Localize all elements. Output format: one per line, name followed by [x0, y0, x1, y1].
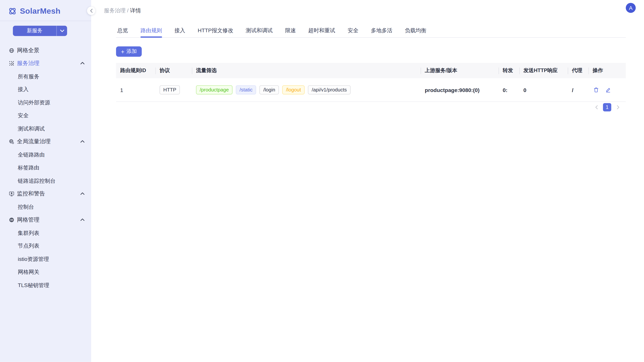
tab-bar: 总览 路由规则 接入 HTTP报文修改 测试和调试 限速 超时和重试 安全 多地… — [116, 24, 626, 38]
sidebar-item-trace-console[interactable]: 链路追踪控制台 — [0, 174, 91, 187]
sidebar-item-label: 网格网关 — [18, 269, 40, 276]
trash-icon — [593, 86, 599, 93]
sidebar-item-external-resources[interactable]: 访问外部资源 — [0, 96, 91, 109]
edit-button[interactable] — [605, 86, 611, 93]
sidebar-item-label: 接入 — [18, 86, 29, 93]
tab-routing-rules[interactable]: 路由规则 — [140, 24, 162, 37]
sidebar-item-label: 网格管理 — [17, 216, 39, 224]
sidebar-item-all-services[interactable]: 所有服务 — [0, 70, 91, 83]
table-row: 1 HTTP /productpage /static /login /logo… — [116, 78, 626, 102]
cell-upstream: productpage:9080:(0) — [421, 87, 498, 93]
sidebar-item-console[interactable]: 控制台 — [0, 200, 91, 213]
sidebar-item-label-routing[interactable]: 标签路由 — [0, 161, 91, 174]
tab-access[interactable]: 接入 — [174, 24, 185, 37]
cell-rule-id: 1 — [116, 87, 155, 93]
sidebar-item-label: 全链路路由 — [18, 151, 45, 158]
pagination-prev-button[interactable] — [594, 104, 600, 110]
sidebar-item-mesh-overview[interactable]: 网格全景 — [0, 44, 91, 57]
filter-tag: /productpage — [196, 85, 232, 94]
chevron-down-icon — [60, 29, 64, 32]
sidebar-item-label: 安全 — [18, 112, 29, 119]
cell-forward: 0: — [498, 87, 519, 93]
new-service-dropdown[interactable] — [57, 26, 67, 36]
sidebar-item-label: 访问外部资源 — [18, 99, 50, 106]
pagination: 1 — [116, 103, 626, 112]
pencil-icon — [605, 86, 611, 93]
chevron-up-icon — [80, 192, 84, 195]
brand-name: SolarMesh — [20, 6, 60, 15]
sidebar-item-global-traffic[interactable]: 全局流量治理 — [0, 135, 91, 148]
sidebar: SolarMesh 新服务 网格全景 — [0, 0, 91, 362]
globe-gear-icon — [9, 139, 14, 145]
sidebar-item-label: 控制台 — [18, 203, 34, 211]
sidebar-item-full-link-routing[interactable]: 全链路路由 — [0, 148, 91, 161]
sidebar-collapse-button[interactable] — [87, 7, 95, 15]
sidebar-item-cluster-list[interactable]: 集群列表 — [0, 227, 91, 240]
globe-icon — [9, 47, 14, 53]
main-content: 服务治理 / 详情 A 总览 路由规则 接入 HTTP报文修改 测试和调试 限速… — [91, 0, 644, 362]
tab-overview[interactable]: 总览 — [117, 24, 128, 37]
new-service-label[interactable]: 新服务 — [13, 26, 57, 36]
column-header-http-response: 发送HTTP响应 — [519, 67, 568, 74]
sidebar-item-test-debug[interactable]: 测试和调试 — [0, 122, 91, 135]
avatar-initial: A — [629, 5, 632, 11]
sidebar-item-istio-resources[interactable]: istio资源管理 — [0, 253, 91, 266]
chevron-left-icon — [90, 9, 93, 13]
plus-icon: + — [121, 48, 124, 54]
sidebar-item-label: 测试和调试 — [18, 125, 45, 132]
breadcrumb: 服务治理 / 详情 — [104, 7, 141, 14]
tab-rate-limit[interactable]: 限速 — [285, 24, 296, 37]
column-header-traffic-filter: 流量筛选 — [192, 67, 421, 74]
cell-actions — [588, 86, 626, 93]
sidebar-item-security[interactable]: 安全 — [0, 109, 91, 122]
breadcrumb-section[interactable]: 服务治理 — [104, 7, 126, 14]
routing-rules-table: 路由规则ID 协议 流量筛选 上游服务/版本 转发 发送HTTP响应 代理 操作… — [116, 63, 626, 102]
tab-multi-region[interactable]: 多地多活 — [371, 24, 392, 37]
sidebar-item-tls-keys[interactable]: TLS秘钥管理 — [0, 279, 91, 292]
chevron-up-icon — [80, 62, 84, 65]
cell-proxy: / — [568, 87, 588, 93]
chevron-left-icon — [595, 105, 598, 109]
sidebar-item-label: 全局流量治理 — [17, 138, 50, 145]
sidebar-item-label: 网格全景 — [17, 47, 39, 54]
pagination-page-1[interactable]: 1 — [603, 103, 611, 112]
breadcrumb-separator: / — [127, 7, 128, 14]
sidebar-item-label: 所有服务 — [18, 73, 40, 80]
sidebar-item-label: 集群列表 — [18, 229, 40, 237]
svg-text:SM: SM — [10, 219, 13, 221]
tab-load-balancing[interactable]: 负载均衡 — [405, 24, 426, 37]
avatar[interactable]: A — [626, 3, 636, 13]
pagination-next-button[interactable] — [615, 104, 621, 110]
sidebar-item-label: TLS秘钥管理 — [18, 282, 49, 289]
filter-tag: /static — [236, 85, 256, 94]
column-header-proxy: 代理 — [568, 67, 588, 74]
sidebar-item-label: 链路追踪控制台 — [18, 177, 56, 185]
column-header-rule-id: 路由规则ID — [116, 67, 155, 74]
filter-tag: /api/v1/products — [308, 85, 350, 94]
sidebar-item-node-list[interactable]: 节点列表 — [0, 240, 91, 253]
new-service-button[interactable]: 新服务 — [13, 26, 67, 36]
cell-protocol: HTTP — [156, 85, 192, 94]
sidebar-item-service-governance[interactable]: 服务治理 — [0, 57, 91, 70]
sidebar-item-label: 监控和警告 — [17, 190, 45, 198]
brand: SolarMesh — [0, 0, 91, 16]
sidebar-item-label: 服务治理 — [17, 60, 39, 67]
mesh-icon — [9, 60, 14, 66]
sidebar-item-mesh-gateway[interactable]: 网格网关 — [0, 266, 91, 279]
chevron-up-icon — [80, 140, 84, 143]
table-header: 路由规则ID 协议 流量筛选 上游服务/版本 转发 发送HTTP响应 代理 操作 — [116, 63, 626, 78]
monitor-bell-icon — [9, 191, 14, 197]
tab-timeout-retry[interactable]: 超时和重试 — [308, 24, 335, 37]
tab-http-rewrite[interactable]: HTTP报文修改 — [198, 24, 233, 37]
column-header-upstream: 上游服务/版本 — [421, 67, 498, 74]
sidebar-item-mesh-management[interactable]: SM 网格管理 — [0, 213, 91, 227]
column-header-actions: 操作 — [588, 67, 626, 74]
add-button[interactable]: + 添加 — [116, 46, 142, 57]
delete-button[interactable] — [592, 86, 599, 93]
sidebar-item-access[interactable]: 接入 — [0, 83, 91, 96]
add-button-label: 添加 — [126, 48, 137, 55]
filter-tag: /login — [260, 85, 279, 94]
sidebar-item-monitoring-alerts[interactable]: 监控和警告 — [0, 187, 91, 201]
tab-security[interactable]: 安全 — [348, 24, 358, 37]
tab-test-debug[interactable]: 测试和调试 — [246, 24, 273, 37]
